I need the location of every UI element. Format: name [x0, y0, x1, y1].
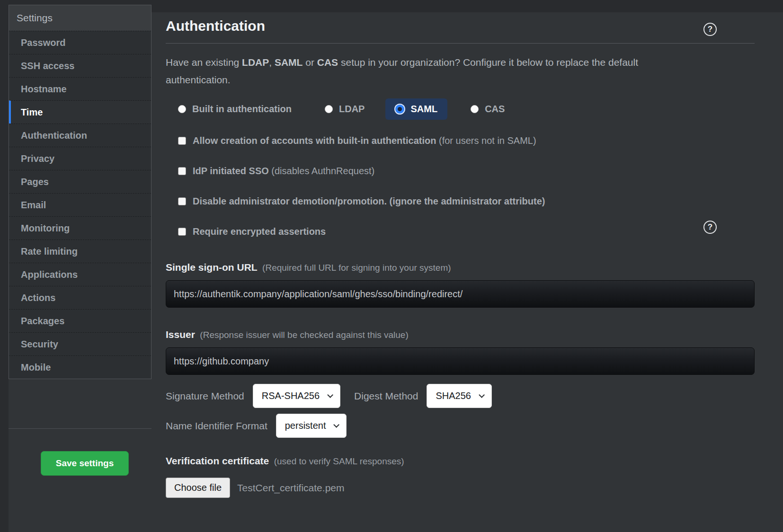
issuer-hint: (Response issuer will be checked against…	[200, 330, 408, 340]
verification-cert-hint: (used to verify SAML responses)	[274, 456, 404, 466]
auth-method-radio-group: Built in authentication LDAP SAML CAS	[166, 98, 755, 120]
checkbox-idp-initiated-sso[interactable]: IdP initiated SSO (disables AuthnRequest…	[166, 166, 755, 177]
name-id-format-select[interactable]: persistent	[276, 414, 347, 438]
radio-label: CAS	[485, 104, 505, 115]
name-id-format-label: Name Identifier Format	[166, 420, 267, 432]
sidebar-header: Settings	[9, 5, 151, 31]
sidebar-divider	[9, 428, 151, 429]
intro-text: Have an existing LDAP, SAML or CAS setup…	[166, 53, 691, 89]
selected-file-name: TestCert_certificate.pem	[237, 482, 344, 494]
sidebar-item-privacy[interactable]: Privacy	[9, 147, 151, 170]
file-upload-row: Choose file TestCert_certificate.pem	[166, 478, 755, 498]
checkbox-label-bold: Allow creation of accounts with built-in…	[193, 135, 436, 146]
checkbox-label-bold: Require encrypted assertions	[193, 226, 326, 237]
radio-built-in-authentication[interactable]: Built in authentication	[178, 104, 292, 115]
name-id-format-value: persistent	[285, 420, 326, 431]
issuer-section: Issuer (Response issuer will be checked …	[166, 329, 755, 375]
checkbox-label: Require encrypted assertions	[193, 226, 326, 237]
signature-method-select[interactable]: RSA-SHA256	[253, 384, 340, 408]
sidebar-item-security[interactable]: Security	[9, 332, 151, 355]
intro-saml: SAML	[275, 57, 303, 68]
radio-saml[interactable]: SAML	[385, 98, 447, 120]
checkbox-icon	[178, 167, 186, 175]
radio-label: Built in authentication	[192, 104, 292, 115]
chevron-down-icon	[334, 422, 340, 428]
sidebar-item-applications[interactable]: Applications	[9, 263, 151, 286]
save-settings-button[interactable]: Save settings	[41, 451, 129, 476]
authentication-panel: Authentication Have an existing LDAP, SA…	[166, 0, 755, 498]
page-title: Authentication	[166, 18, 755, 34]
intro-segment: ,	[269, 57, 275, 68]
checkbox-icon	[178, 137, 186, 145]
radio-label: SAML	[410, 104, 437, 115]
sidebar-item-monitoring[interactable]: Monitoring	[9, 216, 151, 239]
checkbox-label: Disable administrator demotion/promotion…	[193, 196, 545, 207]
issuer-input[interactable]	[166, 347, 755, 375]
checkbox-label: IdP initiated SSO (disables AuthnRequest…	[193, 166, 374, 177]
title-divider	[166, 43, 755, 44]
sidebar-item-actions[interactable]: Actions	[9, 286, 151, 309]
sso-url-hint: (Required full URL for signing into your…	[262, 263, 451, 273]
checkbox-label-normal: (disables AuthnRequest)	[269, 166, 374, 176]
sidebar-item-ssh-access[interactable]: SSH access	[9, 54, 151, 77]
chevron-down-icon	[479, 392, 485, 398]
sidebar-item-hostname[interactable]: Hostname	[9, 77, 151, 100]
checkbox-icon	[178, 228, 186, 236]
radio-icon	[178, 105, 186, 113]
radio-icon	[471, 105, 479, 113]
sso-url-label-row: Single sign-on URL (Required full URL fo…	[166, 262, 755, 273]
issuer-label-row: Issuer (Response issuer will be checked …	[166, 329, 755, 340]
intro-cas: CAS	[317, 57, 338, 68]
checkbox-require-encrypted-assertions[interactable]: Require encrypted assertions	[166, 226, 755, 237]
sso-url-input[interactable]	[166, 280, 755, 308]
sso-url-section: Single sign-on URL (Required full URL fo…	[166, 262, 755, 308]
chevron-down-icon	[327, 392, 333, 398]
verification-cert-label: Verification certificate	[166, 455, 269, 466]
checkbox-label-normal: (for users not in SAML)	[436, 135, 536, 146]
digest-method-label: Digest Method	[354, 390, 418, 402]
verification-cert-label-row: Verification certificate (used to verify…	[166, 455, 755, 467]
sidebar-item-time[interactable]: Time	[9, 100, 151, 124]
sidebar-item-packages[interactable]: Packages	[9, 309, 151, 332]
sidebar-item-authentication[interactable]: Authentication	[9, 124, 151, 147]
checkbox-label: Allow creation of accounts with built-in…	[193, 135, 536, 146]
checkbox-disable-admin-demotion[interactable]: Disable administrator demotion/promotion…	[166, 196, 755, 207]
checkbox-allow-builtin-accounts[interactable]: Allow creation of accounts with built-in…	[166, 135, 755, 146]
digest-method-value: SHA256	[436, 390, 471, 401]
sso-url-label: Single sign-on URL	[166, 262, 258, 273]
intro-segment: or	[303, 57, 317, 68]
sidebar-item-pages[interactable]: Pages	[9, 170, 151, 193]
verification-cert-section: Verification certificate (used to verify…	[166, 455, 755, 498]
settings-sidebar: Settings Password SSH access Hostname Ti…	[9, 5, 151, 379]
intro-segment: Have an existing	[166, 57, 242, 68]
checkbox-label-bold: Disable administrator demotion/promotion…	[193, 196, 545, 206]
radio-label: LDAP	[339, 104, 365, 115]
sidebar-item-password[interactable]: Password	[9, 31, 151, 54]
digest-method-select[interactable]: SHA256	[427, 384, 492, 408]
issuer-label: Issuer	[166, 329, 195, 340]
radio-icon	[325, 105, 333, 113]
method-selects-row: Signature Method RSA-SHA256 Digest Metho…	[166, 384, 755, 408]
signature-method-label: Signature Method	[166, 390, 244, 402]
intro-ldap: LDAP	[242, 57, 269, 68]
checkbox-label-bold: IdP initiated SSO	[193, 166, 269, 176]
page-left-gutter	[0, 0, 9, 532]
sidebar-item-rate-limiting[interactable]: Rate limiting	[9, 239, 151, 263]
sidebar-item-mobile[interactable]: Mobile	[9, 355, 151, 379]
checkbox-icon	[178, 197, 186, 205]
name-id-format-row: Name Identifier Format persistent	[166, 414, 755, 438]
choose-file-button[interactable]: Choose file	[166, 478, 230, 498]
sidebar-item-email[interactable]: Email	[9, 193, 151, 216]
radio-selected-icon	[395, 105, 404, 114]
radio-ldap[interactable]: LDAP	[325, 104, 365, 115]
radio-cas[interactable]: CAS	[471, 104, 505, 115]
signature-method-value: RSA-SHA256	[262, 390, 320, 401]
